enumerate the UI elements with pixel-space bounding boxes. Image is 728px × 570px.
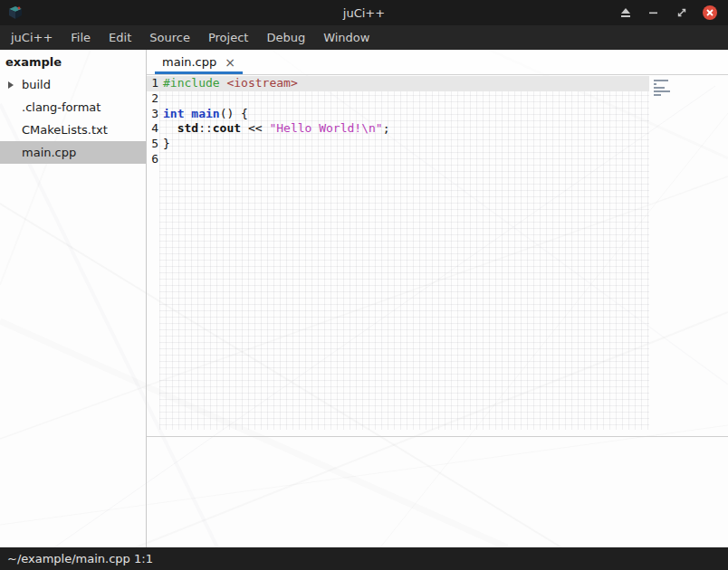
menu-item-debug[interactable]: Debug [257,25,314,50]
menu-item-window[interactable]: Window [314,25,378,50]
code-line[interactable]: 4 std::cout << "Hello World!\n"; [147,121,649,137]
line-number: 1 [147,76,158,91]
line-number: 2 [147,91,158,107]
output-panel[interactable] [147,436,728,547]
code-text: #include <iostream> [163,76,298,91]
line-number: 6 [147,152,158,167]
tab-main-cpp[interactable]: main.cpp × [153,50,244,74]
tab-close-icon[interactable]: × [225,56,235,69]
status-file-position: ~/example/main.cpp 1:1 [7,552,153,565]
statusbar: ~/example/main.cpp 1:1 [0,547,728,570]
tree-item-build[interactable]: build [0,73,146,96]
code-text: } [163,137,170,152]
editor-column: main.cpp × 1#include <iostream>23int mai… [147,50,728,547]
minimap-mark [654,90,670,92]
code-text: int main() { [163,107,248,122]
minimize-icon[interactable] [646,5,662,21]
menu-item-source[interactable]: Source [140,25,199,50]
minimap-mark [654,87,665,89]
tree-item-label: main.cpp [22,146,76,159]
code-lines: 1#include <iostream>23int main() {4 std:… [147,75,649,167]
minimap-mark [654,80,668,81]
tree-item-main-cpp[interactable]: main.cpp [0,141,146,164]
expander-icon[interactable] [8,81,14,89]
code-editor[interactable]: 1#include <iostream>23int main() {4 std:… [147,75,728,436]
tabbar: main.cpp × [147,50,728,75]
menu-item-project[interactable]: Project [199,25,257,50]
code-line[interactable]: 2 [147,91,649,107]
line-number: 5 [147,137,158,152]
menu-item-edit[interactable]: Edit [100,25,140,50]
tree-item-cmakelists-txt[interactable]: CMakeLists.txt [0,119,146,141]
tree-item-label: build [22,78,51,91]
minimap[interactable] [654,78,677,98]
code-line[interactable]: 3int main() { [147,107,649,122]
app-window: juCi++ [0,0,728,570]
line-number: 3 [147,107,158,122]
app-icon [7,5,24,21]
tree-item-label: .clang-format [22,100,101,114]
tree-items: build.clang-formatCMakeLists.txtmain.cpp [0,73,146,164]
line-number: 4 [147,121,158,137]
minimap-mark [654,94,661,96]
window-controls [618,5,728,21]
eject-icon[interactable] [618,5,634,21]
code-text: std::cout << "Hello World!\n"; [163,121,389,137]
content-area: example build.clang-formatCMakeLists.txt… [0,50,728,547]
code-line[interactable]: 1#include <iostream> [147,76,649,91]
menubar: juCi++FileEditSourceProjectDebugWindow [0,25,728,50]
tree-item--clang-format[interactable]: .clang-format [0,96,146,119]
restore-icon[interactable] [674,5,690,21]
tree-item-label: CMakeLists.txt [22,123,108,137]
close-icon[interactable] [702,5,718,21]
code-line[interactable]: 5} [147,137,649,152]
code-line[interactable]: 6 [147,152,649,167]
minimap-mark [654,83,656,85]
tab-label: main.cpp [162,55,216,69]
titlebar[interactable]: juCi++ [0,0,728,25]
menu-item-file[interactable]: File [62,25,100,50]
tree-root-example[interactable]: example [0,50,146,73]
menu-item-juci-[interactable]: juCi++ [2,25,62,50]
file-tree: example build.clang-formatCMakeLists.txt… [0,50,147,547]
